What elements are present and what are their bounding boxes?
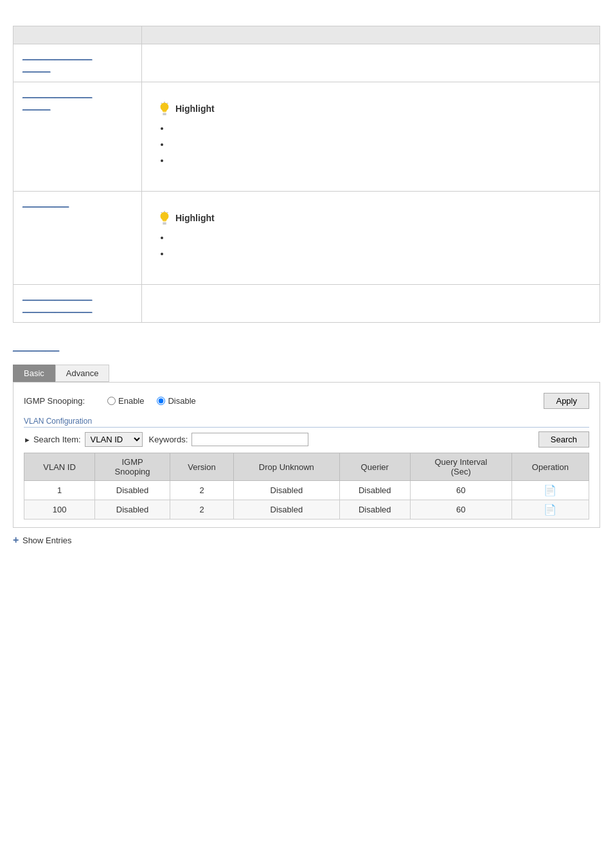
vlan-config-label: VLAN Configuration xyxy=(24,417,589,428)
tabs-container: Basic Advance xyxy=(13,365,600,382)
igmp-enable-label: Enable xyxy=(118,396,144,406)
help-col1-header xyxy=(13,26,142,44)
help-row3-bullets xyxy=(157,233,584,258)
cell-drop-unknown: Disabled xyxy=(234,481,340,500)
svg-line-4 xyxy=(168,212,168,213)
help-link-1b[interactable]: ______ xyxy=(22,63,132,73)
igmp-snooping-row: IGMP Snooping: Enable Disable Apply xyxy=(24,393,589,409)
help-row4-right xyxy=(142,285,600,323)
help-row1-right xyxy=(142,44,600,82)
bulb-icon-2 xyxy=(157,211,172,225)
bullet-item xyxy=(170,140,584,149)
help-col2-header xyxy=(142,26,600,44)
cell-vlan-id: 100 xyxy=(24,500,95,520)
igmp-disable-label: Disable xyxy=(168,396,195,406)
search-arrow-icon: ► xyxy=(24,436,31,444)
igmp-radio-group: Enable Disable xyxy=(107,396,544,406)
cell-version: 2 xyxy=(170,481,233,500)
cell-query-interval: 60 xyxy=(410,500,511,520)
bullet-item xyxy=(170,233,584,242)
search-item-label: Search Item: xyxy=(33,435,81,444)
svg-line-5 xyxy=(161,212,162,213)
cell-operation[interactable]: 📄 xyxy=(511,500,589,520)
col-query-interval: Query Interval(Sec) xyxy=(410,453,511,481)
cell-query-interval: 60 xyxy=(410,481,511,500)
bullet-item xyxy=(170,156,584,165)
help-row2-right: Highlight xyxy=(142,82,600,192)
table-row: 1Disabled2DisabledDisabled60📄 xyxy=(24,481,589,500)
svg-line-2 xyxy=(161,103,162,104)
help-table: _______________ ______ _______________ _… xyxy=(13,26,600,323)
table-row: 100Disabled2DisabledDisabled60📄 xyxy=(24,500,589,520)
apply-button[interactable]: Apply xyxy=(544,393,589,409)
igmp-disable-option[interactable]: Disable xyxy=(157,396,195,406)
help-row1-left: _______________ ______ xyxy=(13,44,142,82)
bulb-icon-1 xyxy=(157,102,172,116)
cell-igmp-snooping: Disabled xyxy=(95,500,170,520)
col-version: Version xyxy=(170,453,233,481)
help-link-4a[interactable]: _______________ xyxy=(22,291,132,301)
svg-line-1 xyxy=(168,103,168,104)
col-querier: Querier xyxy=(339,453,410,481)
bullet-item xyxy=(170,123,584,133)
cell-vlan-id: 1 xyxy=(24,481,95,500)
edit-icon[interactable]: 📄 xyxy=(544,504,556,515)
cell-querier: Disabled xyxy=(339,500,410,520)
igmp-disable-radio[interactable] xyxy=(157,397,165,405)
highlight-label-2: Highlight xyxy=(175,213,215,223)
igmp-label: IGMP Snooping: xyxy=(24,396,94,406)
cell-drop-unknown: Disabled xyxy=(234,500,340,520)
vlan-table: VLAN ID IGMPSnooping Version Drop Unknow… xyxy=(24,453,589,520)
tab-advance[interactable]: Advance xyxy=(55,365,110,382)
col-drop-unknown: Drop Unknown xyxy=(234,453,340,481)
col-igmp-snooping: IGMPSnooping xyxy=(95,453,170,481)
col-operation: Operation xyxy=(511,453,589,481)
igmp-enable-option[interactable]: Enable xyxy=(107,396,144,406)
bullet-item xyxy=(170,249,584,258)
tab-basic[interactable]: Basic xyxy=(13,365,55,382)
help-row2-left: _______________ ______ xyxy=(13,82,142,192)
keywords-input[interactable] xyxy=(191,433,308,446)
help-row4-left: _______________ _______________ xyxy=(13,285,142,323)
cell-version: 2 xyxy=(170,500,233,520)
help-row3-right: Highlight xyxy=(142,192,600,285)
col-vlan-id: VLAN ID xyxy=(24,453,95,481)
help-link-2b[interactable]: ______ xyxy=(22,101,132,111)
page-link[interactable]: __________ xyxy=(13,342,59,352)
help-row2-bullets xyxy=(157,123,584,165)
show-entries-plus[interactable]: + xyxy=(13,534,19,545)
keywords-label: Keywords: xyxy=(149,435,188,444)
cell-igmp-snooping: Disabled xyxy=(95,481,170,500)
help-link-1a[interactable]: _______________ xyxy=(22,51,132,60)
cell-operation[interactable]: 📄 xyxy=(511,481,589,500)
help-link-2a[interactable]: _______________ xyxy=(22,89,132,98)
cell-querier: Disabled xyxy=(339,481,410,500)
show-entries-section: + Show Entries xyxy=(13,534,600,546)
search-dropdown[interactable]: VLAN ID xyxy=(85,432,143,447)
highlight-label-1: Highlight xyxy=(175,104,215,114)
search-row: ► Search Item: VLAN ID Keywords: Search xyxy=(24,431,589,448)
page-description: __________ xyxy=(13,342,600,352)
help-row3-left: __________ xyxy=(13,192,142,285)
help-link-4b[interactable]: _______________ xyxy=(22,303,132,313)
search-button[interactable]: Search xyxy=(538,431,589,448)
edit-icon[interactable]: 📄 xyxy=(544,485,556,496)
igmp-enable-radio[interactable] xyxy=(107,397,116,405)
config-panel: IGMP Snooping: Enable Disable Apply VLAN… xyxy=(13,382,600,528)
show-entries-label: Show Entries xyxy=(22,536,72,545)
help-link-3a[interactable]: __________ xyxy=(22,198,132,208)
